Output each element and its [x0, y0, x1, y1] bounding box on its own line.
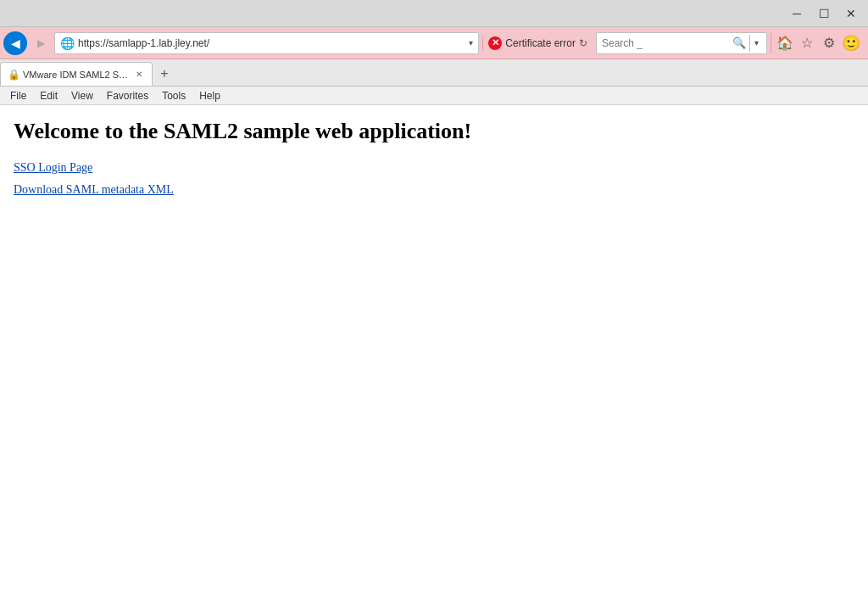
cert-error-icon: ✕ — [488, 36, 502, 50]
cert-error-area: ✕ Certificate error ↻ — [482, 36, 593, 50]
sso-login-link[interactable]: SSO Login Page — [14, 161, 854, 175]
forward-icon: ▶ — [37, 37, 45, 49]
search-icon: 🔍 — [732, 36, 746, 49]
toolbar-icons: 🏠 ☆ ⚙ 🙂 — [771, 33, 865, 53]
restore-button[interactable]: ☐ — [810, 0, 837, 27]
minimize-button[interactable]: ─ — [783, 0, 810, 27]
tab-favicon: 🔒 — [8, 69, 19, 81]
tab-bar: 🔒 VMware IDM SAML2 Sampl... ✕ + — [0, 59, 868, 87]
browser-tab[interactable]: 🔒 VMware IDM SAML2 Sampl... ✕ — [0, 62, 153, 86]
smiley-button[interactable]: 🙂 — [841, 33, 861, 53]
window-controls: ─ ☐ ✕ — [783, 0, 865, 27]
home-icon: 🏠 — [776, 35, 793, 51]
refresh-icon[interactable]: ↻ — [579, 37, 587, 49]
title-bar: ─ ☐ ✕ — [0, 0, 868, 27]
tab-close-button[interactable]: ✕ — [133, 69, 145, 81]
back-icon: ◀ — [11, 36, 20, 50]
new-tab-button[interactable]: + — [153, 62, 176, 86]
forward-button[interactable]: ▶ — [31, 33, 51, 53]
smiley-icon: 🙂 — [842, 34, 860, 53]
close-button[interactable]: ✕ — [837, 0, 865, 27]
menu-view[interactable]: View — [64, 88, 100, 103]
address-bar[interactable]: 🌐 https://samlapp-1.lab.jley.net/ ▾ — [54, 32, 479, 54]
gear-icon: ⚙ — [823, 35, 835, 51]
nav-bar: ◀ ▶ 🌐 https://samlapp-1.lab.jley.net/ ▾ … — [0, 27, 868, 59]
search-bar[interactable]: 🔍 ▾ — [596, 32, 767, 54]
back-button[interactable]: ◀ — [3, 31, 27, 55]
search-button[interactable]: 🔍 — [731, 35, 748, 52]
tab-label: VMware IDM SAML2 Sampl... — [23, 70, 130, 80]
menu-tools[interactable]: Tools — [155, 88, 192, 103]
search-dropdown-button[interactable]: ▾ — [749, 35, 763, 52]
page-content: Welcome to the SAML2 sample web applicat… — [0, 105, 868, 603]
home-button[interactable]: 🏠 — [775, 33, 795, 53]
favorites-button[interactable]: ☆ — [797, 33, 817, 53]
menu-favorites[interactable]: Favorites — [100, 88, 155, 103]
address-dropdown-icon[interactable]: ▾ — [469, 38, 473, 47]
search-dropdown-icon: ▾ — [754, 38, 759, 47]
globe-icon: 🌐 — [60, 36, 75, 50]
menu-bar: File Edit View Favorites Tools Help — [0, 87, 868, 105]
star-icon: ☆ — [801, 35, 813, 51]
menu-file[interactable]: File — [3, 88, 33, 103]
menu-help[interactable]: Help — [192, 88, 227, 103]
download-saml-link[interactable]: Download SAML metadata XML — [14, 183, 854, 197]
menu-edit[interactable]: Edit — [33, 88, 64, 103]
settings-button[interactable]: ⚙ — [819, 33, 839, 53]
search-input[interactable] — [602, 37, 729, 49]
cert-error-label: Certificate error — [505, 37, 576, 49]
page-title: Welcome to the SAML2 sample web applicat… — [14, 119, 854, 144]
address-text: https://samlapp-1.lab.jley.net/ — [78, 37, 465, 49]
